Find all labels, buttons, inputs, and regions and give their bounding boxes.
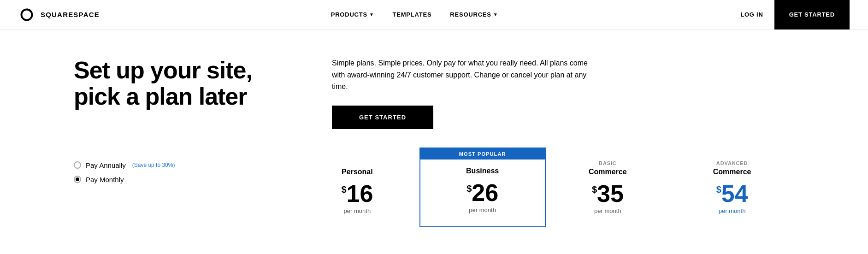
plan-business-name: Business [431,167,534,175]
get-started-nav-button[interactable]: GET STARTED [774,0,850,30]
navbar: SQUARESPACE PRODUCTS ▼ TEMPLATES RESOURC… [0,0,868,30]
price-dollar-business: $ [466,183,472,194]
plan-basic-tier: BASIC [557,160,659,166]
popular-badge: MOST POPULAR [420,148,545,159]
hero-right: Simple plans. Simple prices. Only pay fo… [332,57,794,129]
plan-personal-name: Personal [306,168,408,176]
hero-description: Simple plans. Simple prices. Only pay fo… [332,57,590,93]
chevron-down-icon: ▼ [493,12,498,17]
plan-advanced-name: Commerce [681,168,783,176]
price-dollar-advanced: $ [716,184,721,195]
plan-business: MOST POPULAR Business $ 26 per month [419,148,546,227]
radio-dot [76,177,79,181]
price-number-advanced: 54 [721,182,748,206]
price-dollar-basic: $ [592,184,597,195]
plan-business-per-month: per month [431,207,534,213]
monthly-label: Pay Monthly [86,176,124,183]
nav-center: PRODUCTS ▼ TEMPLATES RESOURCES ▼ [331,11,498,18]
login-button[interactable]: LOG IN [729,11,774,18]
plan-basic-commerce: BASIC Commerce $ 35 per month [546,151,670,227]
price-number-basic: 35 [597,182,624,206]
get-started-button[interactable]: GET STARTED [332,106,433,129]
nav-templates[interactable]: TEMPLATES [393,11,432,18]
plans-container: Personal $ 16 per month MOST POPULAR Bus… [295,148,794,227]
hero-left: Set up your site, pick a plan later [74,57,295,110]
plan-advanced-per-month: per month [681,207,783,214]
plan-advanced-commerce: ADVANCED Commerce $ 54 per month [670,151,794,227]
hero-title: Set up your site, pick a plan later [74,57,295,110]
radio-annually[interactable] [74,161,81,169]
plan-basic-name: Commerce [557,168,659,176]
plan-advanced-tier: ADVANCED [681,160,783,166]
nav-products[interactable]: PRODUCTS ▼ [331,11,374,18]
main-section: Set up your site, pick a plan later Simp… [0,30,868,148]
logo-text: SQUARESPACE [41,11,100,18]
pricing-section: Pay Annually (Save up to 30%) Pay Monthl… [0,148,868,246]
price-number-personal: 16 [347,182,373,206]
logo-area: SQUARESPACE [18,6,100,23]
plan-basic-price: $ 35 [557,182,659,206]
price-number-business: 26 [472,181,498,205]
price-dollar-personal: $ [341,184,346,195]
navbar-right: LOG IN GET STARTED [729,0,850,30]
plan-business-price: $ 26 [431,181,534,205]
plan-personal-price: $ 16 [306,182,408,206]
billing-options: Pay Annually (Save up to 30%) Pay Monthl… [74,148,295,183]
squarespace-logo-icon [18,6,35,23]
billing-monthly[interactable]: Pay Monthly [74,176,295,183]
plan-personal: Personal $ 16 per month [295,159,419,227]
plan-basic-per-month: per month [557,207,659,214]
plan-advanced-price: $ 54 [681,182,783,206]
chevron-down-icon: ▼ [369,12,374,17]
radio-monthly[interactable] [74,176,81,183]
annually-label: Pay Annually [86,161,126,169]
plan-personal-per-month: per month [306,207,408,214]
billing-annually[interactable]: Pay Annually (Save up to 30%) [74,161,295,169]
save-badge: (Save up to 30%) [132,162,175,168]
nav-resources[interactable]: RESOURCES ▼ [450,11,498,18]
